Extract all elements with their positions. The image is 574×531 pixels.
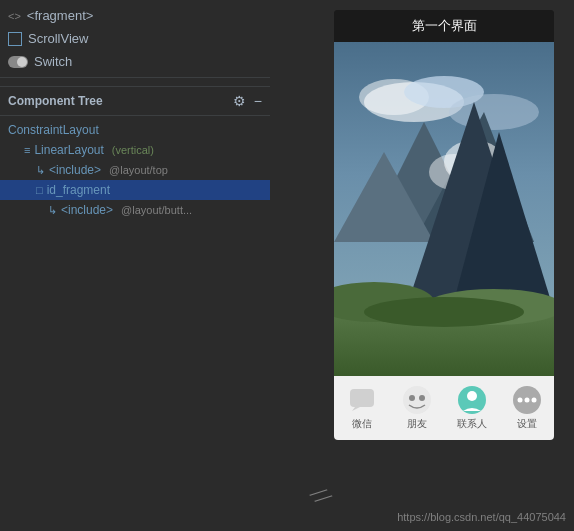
- include1-sublabel: @layout/top: [109, 164, 168, 176]
- constraint-label: ConstraintLayout: [8, 123, 99, 137]
- tree-header: Component Tree ⚙ −: [0, 86, 270, 116]
- svg-marker-17: [352, 407, 360, 411]
- lianxiren-label: 联系人: [457, 417, 487, 431]
- include2-label: <include>: [61, 203, 113, 217]
- tree-row-include2[interactable]: ↳ <include> @layout/butt...: [0, 200, 270, 220]
- palette-item-scrollview-label: ScrollView: [28, 31, 88, 46]
- settings-icon[interactable]: ⚙: [233, 93, 246, 109]
- svg-point-15: [364, 297, 524, 327]
- tab-weixin[interactable]: 微信: [334, 385, 389, 431]
- phone-bottom-bar: 微信 朋友 联系人: [334, 376, 554, 440]
- tab-pengyou[interactable]: 朋友: [389, 385, 444, 431]
- left-panel: <> <fragment> ScrollView Switch Componen…: [0, 0, 270, 531]
- switch-icon: [8, 56, 28, 68]
- tree-header-label: Component Tree: [8, 94, 103, 108]
- linear-sublabel: (vertical): [112, 144, 154, 156]
- svg-point-22: [467, 391, 477, 401]
- palette-list: <> <fragment> ScrollView Switch: [0, 0, 270, 78]
- svg-point-24: [517, 398, 522, 403]
- include2-sublabel: @layout/butt...: [121, 204, 192, 216]
- palette-item-fragment-label: <fragment>: [27, 8, 94, 23]
- svg-point-19: [409, 395, 415, 401]
- svg-rect-16: [350, 389, 374, 407]
- fragment-box-icon: □: [36, 184, 43, 196]
- tree-row-include1[interactable]: ↳ <include> @layout/top: [0, 160, 270, 180]
- lianxiren-icon: [457, 385, 487, 415]
- tab-lianxiren[interactable]: 联系人: [444, 385, 499, 431]
- phone-image-area: [334, 42, 554, 376]
- mountain-scene-svg: [334, 42, 554, 376]
- linear-label: LinearLayout: [34, 143, 103, 157]
- shezhi-label: 设置: [517, 417, 537, 431]
- include1-arrow: ↳: [36, 164, 45, 177]
- weixin-icon: [347, 385, 377, 415]
- component-tree: Component Tree ⚙ − ConstraintLayout ≡ Li…: [0, 86, 270, 224]
- tree-content: ConstraintLayout ≡ LinearLayout (vertica…: [0, 116, 270, 224]
- svg-point-25: [524, 398, 529, 403]
- phone-preview: 第一个界面: [334, 10, 554, 440]
- palette-item-scrollview[interactable]: ScrollView: [0, 27, 270, 50]
- minus-icon[interactable]: −: [254, 93, 262, 109]
- id-fragment-label: id_fragment: [47, 183, 110, 197]
- tree-header-icons: ⚙ −: [233, 93, 262, 109]
- pengyou-label: 朋友: [407, 417, 427, 431]
- phone-topbar-title: 第一个界面: [412, 17, 477, 35]
- tree-row-id-fragment[interactable]: □ id_fragment: [0, 180, 270, 200]
- include2-arrow: ↳: [48, 204, 57, 217]
- svg-point-26: [531, 398, 536, 403]
- tree-row-linear[interactable]: ≡ LinearLayout (vertical): [0, 140, 270, 160]
- weixin-label: 微信: [352, 417, 372, 431]
- include1-label: <include>: [49, 163, 101, 177]
- tab-shezhi[interactable]: 设置: [499, 385, 554, 431]
- watermark: ╱╱: [310, 484, 333, 507]
- svg-point-20: [419, 395, 425, 401]
- tree-row-constraint[interactable]: ConstraintLayout: [0, 120, 270, 140]
- fragment-icon: <>: [8, 10, 21, 22]
- svg-point-4: [449, 94, 539, 130]
- shezhi-icon: [512, 385, 542, 415]
- palette-item-fragment[interactable]: <> <fragment>: [0, 4, 270, 27]
- palette-item-switch-label: Switch: [34, 54, 72, 69]
- phone-topbar: 第一个界面: [334, 10, 554, 42]
- linear-icon: ≡: [24, 144, 30, 156]
- pengyou-icon: [402, 385, 432, 415]
- svg-point-18: [403, 386, 431, 414]
- url-bar: https://blog.csdn.net/qq_44075044: [397, 511, 566, 523]
- palette-item-switch[interactable]: Switch: [0, 50, 270, 73]
- scrollview-icon: [8, 32, 22, 46]
